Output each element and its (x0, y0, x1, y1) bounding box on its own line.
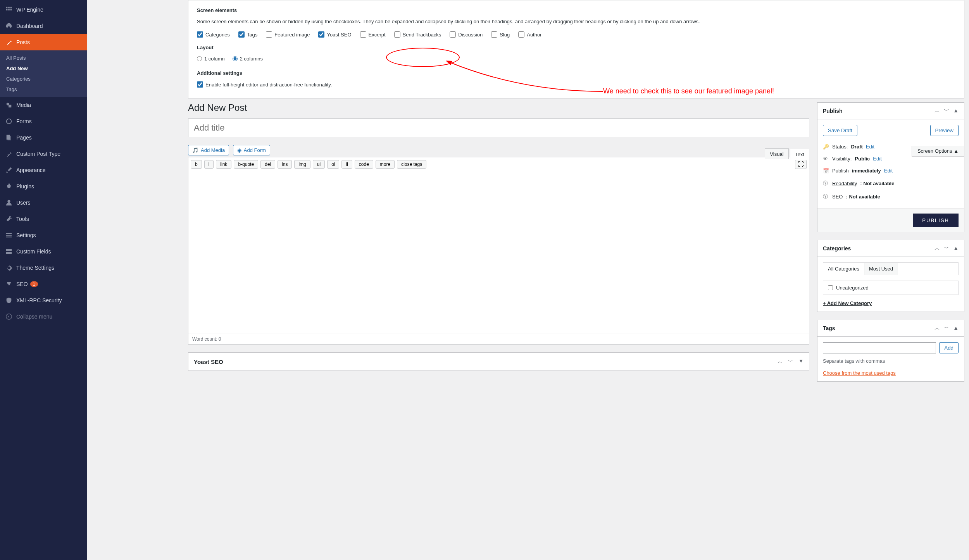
sidebar-item-settings[interactable]: Settings (0, 227, 87, 243)
sidebar-item-media[interactable]: Media (0, 97, 87, 113)
qtag-b[interactable]: b (191, 160, 202, 169)
caret-down-icon[interactable]: ▼ (798, 358, 803, 365)
sidebar-item-seo[interactable]: SEO1 (0, 276, 87, 292)
visual-tab[interactable]: Visual (765, 148, 788, 159)
screen-option-categories[interactable]: Categories (197, 31, 230, 38)
pin-icon (5, 150, 13, 157)
edit-visibility-link[interactable]: Edit (873, 156, 881, 162)
category-uncategorized[interactable]: Uncategorized (828, 285, 953, 291)
qtag-del[interactable]: del (260, 160, 275, 169)
sidebar-item-users[interactable]: Users (0, 195, 87, 211)
screen-option-slug[interactable]: Slug (491, 31, 510, 38)
seo-link[interactable]: SEO (832, 194, 843, 200)
sidebar-item-label: Pages (16, 134, 32, 141)
chevron-down-icon[interactable]: ﹀ (788, 358, 793, 365)
uncategorized-checkbox[interactable] (828, 285, 833, 290)
svg-point-11 (7, 200, 10, 203)
preview-button[interactable]: Preview (930, 125, 959, 136)
qtag-i[interactable]: i (204, 160, 214, 169)
sidebar-item-wpengine[interactable]: WP Engine (0, 2, 87, 18)
sidebar-item-theme-settings[interactable]: Theme Settings (0, 260, 87, 276)
sidebar-item-pages[interactable]: Pages (0, 129, 87, 146)
tags-input[interactable] (823, 342, 936, 353)
fullheight-checkbox[interactable] (197, 81, 203, 88)
chevron-up-icon[interactable]: ︿ (935, 325, 940, 332)
word-count: Word count: 0 (188, 334, 809, 345)
sidebar-item-posts[interactable]: Posts (0, 34, 87, 50)
screen-elements-heading: Screen elements (197, 7, 955, 13)
screen-option-excerpt[interactable]: Excerpt (360, 31, 386, 38)
chevron-up-icon[interactable]: ︿ (778, 358, 783, 365)
edit-status-link[interactable]: Edit (866, 144, 874, 150)
sidebar-item-custom-fields[interactable]: Custom Fields (0, 243, 87, 260)
submenu-add-new[interactable]: Add New (0, 63, 87, 74)
layout-2-columns[interactable]: 2 columns (233, 56, 263, 62)
sidebar-collapse[interactable]: Collapse menu (0, 308, 87, 325)
screen-options-tab[interactable]: Screen Options ▲ (912, 146, 964, 157)
fullscreen-toggle[interactable]: ⛶ (795, 160, 807, 169)
qtag-b-quote[interactable]: b-quote (234, 160, 258, 169)
svg-point-8 (7, 119, 12, 124)
qtag-more[interactable]: more (376, 160, 395, 169)
screen-option-yoast-seo[interactable]: Yoast SEO (318, 31, 351, 38)
add-category-link[interactable]: + Add New Category (823, 300, 872, 306)
readability-link[interactable]: Readability (832, 181, 857, 186)
yoast-title: Yoast SEO (194, 358, 778, 365)
caret-up-icon[interactable]: ▲ (953, 107, 959, 114)
save-draft-button[interactable]: Save Draft (823, 125, 857, 136)
sidebar-item-label: Dashboard (16, 23, 43, 29)
submenu-tags[interactable]: Tags (0, 84, 87, 95)
qtag-ol[interactable]: ol (327, 160, 339, 169)
sidebar-item-label: Media (16, 102, 31, 108)
qtag-link[interactable]: link (216, 160, 231, 169)
sidebar-item-label: Custom Fields (16, 248, 51, 255)
screen-option-featured-image[interactable]: Featured image (266, 31, 310, 38)
wrench-icon (5, 215, 13, 222)
text-tab[interactable]: Text (790, 149, 809, 160)
all-categories-tab[interactable]: All Categories (823, 263, 864, 275)
chevron-up-icon[interactable]: ︿ (935, 245, 940, 252)
sidebar-item-dashboard[interactable]: Dashboard (0, 18, 87, 34)
layout-heading: Layout (197, 45, 955, 50)
content-editor[interactable] (188, 171, 809, 334)
most-used-tab[interactable]: Most Used (864, 263, 898, 275)
qtag-close tags[interactable]: close tags (397, 160, 426, 169)
sidebar-item-cpt[interactable]: Custom Post Type (0, 146, 87, 162)
edit-schedule-link[interactable]: Edit (884, 168, 893, 174)
screen-option-send-trackbacks[interactable]: Send Trackbacks (394, 31, 441, 38)
sidebar-item-plugins[interactable]: Plugins (0, 178, 87, 195)
qtag-ul[interactable]: ul (313, 160, 325, 169)
chevron-up-icon[interactable]: ︿ (935, 107, 940, 114)
post-title-input[interactable] (188, 119, 809, 137)
screen-option-tags[interactable]: Tags (238, 31, 257, 38)
svg-rect-7 (9, 105, 11, 107)
add-tag-button[interactable]: Add (939, 342, 959, 353)
chevron-down-icon[interactable]: ﹀ (944, 245, 949, 252)
qtag-li[interactable]: li (341, 160, 352, 169)
screen-option-discussion[interactable]: Discussion (450, 31, 483, 38)
screen-option-author[interactable]: Author (518, 31, 541, 38)
qtag-img[interactable]: img (294, 160, 310, 169)
caret-up-icon[interactable]: ▲ (953, 325, 959, 332)
additional-checkbox[interactable]: Enable full-height editor and distractio… (197, 81, 332, 88)
sidebar-item-appearance[interactable]: Appearance (0, 162, 87, 178)
submenu-categories[interactable]: Categories (0, 74, 87, 84)
add-media-button[interactable]: 🎵Add Media (188, 145, 229, 155)
qtag-code[interactable]: code (355, 160, 373, 169)
sidebar-item-forms[interactable]: Forms (0, 113, 87, 129)
submenu-all-posts[interactable]: All Posts (0, 53, 87, 63)
sidebar-item-label: Tools (16, 216, 29, 222)
main-content: Screen elements Some screen elements can… (87, 0, 969, 560)
categories-metabox: Categories ︿﹀▲ All Categories Most Used … (817, 240, 964, 312)
brush-icon (5, 167, 13, 174)
sidebar-item-tools[interactable]: Tools (0, 211, 87, 227)
publish-button[interactable]: PUBLISH (913, 214, 959, 227)
chevron-down-icon[interactable]: ﹀ (944, 325, 949, 332)
most-used-tags-link[interactable]: Choose from the most used tags (823, 370, 896, 376)
layout-1-column[interactable]: 1 column (197, 56, 225, 62)
caret-up-icon[interactable]: ▲ (953, 245, 959, 252)
add-form-button[interactable]: ◉Add Form (233, 145, 270, 155)
qtag-ins[interactable]: ins (278, 160, 292, 169)
chevron-down-icon[interactable]: ﹀ (944, 107, 949, 114)
sidebar-item-xmlrpc[interactable]: XML-RPC Security (0, 292, 87, 308)
